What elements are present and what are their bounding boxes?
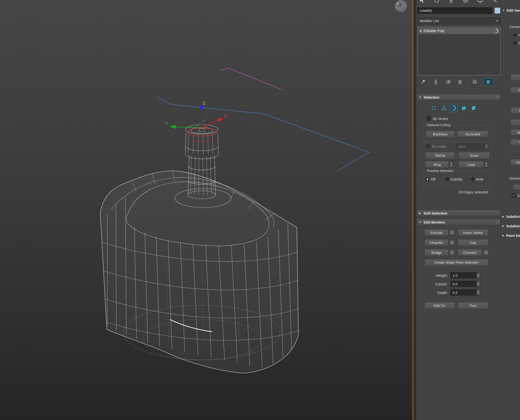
make-unique-icon[interactable] — [446, 79, 451, 85]
spinner-down-icon[interactable] — [486, 147, 488, 148]
copy-button[interactable]: Copy — [513, 184, 520, 190]
turn-button[interactable]: Turn — [458, 302, 488, 309]
spinner-up-icon[interactable] — [485, 163, 487, 164]
modifier-list-dropdown[interactable]: Modifier List ▼ — [417, 17, 500, 24]
rollout-soft-selection[interactable]: ▶ Soft Selection — [417, 210, 500, 216]
occluded-button[interactable]: Occluded — [457, 131, 488, 137]
quickslice-button[interactable]: QuickSlice — [511, 107, 520, 113]
depth-spinner[interactable] — [476, 289, 480, 295]
grow-button[interactable]: Grow — [459, 152, 490, 159]
modifier-stack[interactable]: ▶ Editable Poly — [418, 27, 500, 75]
spinner-down-icon[interactable] — [477, 293, 479, 294]
hierarchy-icon[interactable] — [448, 0, 455, 4]
polygon-mode-button[interactable] — [460, 104, 468, 112]
motion-icon[interactable] — [462, 0, 469, 4]
viewcube[interactable] — [395, 0, 407, 12]
spline-magenta[interactable] — [221, 68, 283, 90]
delete-isolated-checkbox[interactable]: ✓ — [512, 193, 516, 197]
spinner-up-icon[interactable] — [477, 274, 479, 275]
crease-field[interactable]: 0.0 — [450, 281, 476, 287]
slice-plane-button[interactable]: Slice Plane — [511, 87, 520, 93]
spinner-down-icon[interactable] — [477, 284, 479, 285]
stack-entry-editable-poly[interactable]: ▶ Editable Poly — [418, 28, 500, 34]
pin-stack-icon[interactable] — [420, 79, 426, 85]
loop-button[interactable]: Loop — [459, 161, 484, 168]
create-shape-button[interactable]: Create Shape From Selection — [424, 259, 488, 266]
cap-button[interactable]: Cap — [458, 239, 488, 246]
constraint-none-radio[interactable] — [513, 33, 517, 37]
vertex-mode-button[interactable] — [430, 104, 438, 112]
insert-vertex-button[interactable]: Insert Vertex — [458, 229, 488, 236]
rollout-selection[interactable]: ▼ Selection — [417, 94, 500, 100]
panel-splitter[interactable] — [413, 0, 416, 420]
configure-modifier-sets-icon[interactable] — [472, 79, 478, 85]
rollout-subdivision-surface[interactable]: ▶ Subdivision Surface — [502, 213, 520, 219]
spinner-down-icon[interactable] — [485, 165, 487, 166]
rollout-grip[interactable] — [497, 96, 499, 98]
ring-button[interactable]: Ring — [425, 161, 449, 168]
object-color-swatch[interactable] — [494, 7, 500, 14]
show-end-result-icon[interactable] — [433, 79, 438, 85]
bridge-button[interactable]: Bridge — [424, 249, 448, 256]
weight-value: 1.0 — [453, 273, 458, 278]
viewport-3d[interactable]: Z X Y — [0, 0, 412, 420]
hide-selected-button[interactable]: Hide Selected — [511, 159, 520, 165]
expand-arrow-icon[interactable]: ▶ — [418, 30, 423, 32]
preview-multi-radio[interactable] — [471, 177, 475, 181]
bottle-mesh[interactable] — [100, 125, 298, 373]
transform-gizmo[interactable]: Z X Y — [165, 101, 227, 129]
modify-icon[interactable] — [433, 0, 440, 4]
modifier-sets-menu-button[interactable] — [483, 78, 493, 85]
remove-modifier-icon[interactable] — [457, 79, 463, 85]
bridge-settings-button[interactable] — [449, 250, 454, 255]
display-icon[interactable] — [476, 0, 484, 4]
element-mode-button[interactable] — [470, 104, 478, 112]
create-icon[interactable] — [419, 0, 426, 4]
crease-spinner[interactable] — [476, 281, 480, 287]
preview-subobj-radio[interactable] — [446, 177, 449, 181]
rollout-edit-geometry[interactable]: ▼ Edit Geometry — [502, 7, 520, 13]
backface-button[interactable]: Backface — [426, 131, 455, 137]
by-vertex-checkbox[interactable] — [427, 116, 431, 120]
by-angle-field[interactable]: 45.0 — [456, 143, 484, 150]
connect-settings-button[interactable] — [484, 250, 489, 255]
utilities-icon[interactable] — [491, 0, 498, 4]
spinner-up-icon[interactable] — [486, 145, 488, 146]
chamfer-settings-button[interactable] — [449, 240, 454, 245]
weight-field[interactable]: 1.0 — [450, 272, 476, 278]
spinner-down-icon[interactable] — [450, 165, 452, 166]
by-angle-spinner[interactable] — [484, 143, 488, 150]
border-mode-button[interactable] — [450, 104, 458, 112]
chevron-down-icon: ▼ — [496, 20, 498, 22]
preview-off-radio[interactable] — [426, 177, 429, 181]
edge-mode-button[interactable] — [440, 104, 448, 112]
rollout-edit-borders[interactable]: ▼ Edit Borders — [417, 219, 500, 225]
rollout-grip[interactable] — [497, 221, 499, 223]
spinner-up-icon[interactable] — [450, 163, 452, 164]
spinner-up-icon[interactable] — [477, 291, 479, 292]
ring-spinner[interactable] — [449, 161, 453, 168]
by-angle-checkbox[interactable] — [426, 144, 430, 148]
spinner-up-icon[interactable] — [477, 282, 479, 283]
connect-button[interactable]: Connect — [458, 249, 482, 256]
constraint-face-radio[interactable] — [513, 41, 517, 45]
msmooth-button[interactable]: MSmooth — [511, 119, 520, 125]
gizmo-x-axis[interactable] — [201, 120, 219, 128]
depth-field[interactable]: 0.5 — [450, 289, 476, 295]
object-name-input[interactable] — [417, 7, 492, 14]
view-align-button[interactable]: View Align — [511, 139, 520, 145]
make-planar-button[interactable]: Make Planar — [511, 129, 520, 135]
rollout-paint-deformation[interactable]: ▶ Paint Deformation — [502, 232, 520, 239]
loop-spinner[interactable] — [484, 161, 488, 168]
chamfer-button[interactable]: Chamfer — [424, 239, 448, 246]
attach-button[interactable]: Attach — [511, 74, 520, 80]
rollout-subdivision-displacement[interactable]: ▶ Subdivision Displacement — [502, 223, 520, 229]
extrude-settings-button[interactable] — [449, 230, 454, 235]
spinner-down-icon[interactable] — [477, 276, 479, 277]
edit-tri-button[interactable]: Edit Tri. — [424, 302, 455, 309]
viewport-scene[interactable]: Z X Y — [0, 0, 412, 420]
extrude-button[interactable]: Extrude — [424, 229, 448, 236]
weight-spinner[interactable] — [476, 272, 480, 278]
shrink-button[interactable]: Shrink — [425, 152, 455, 159]
selected-border-edges[interactable] — [187, 128, 216, 141]
